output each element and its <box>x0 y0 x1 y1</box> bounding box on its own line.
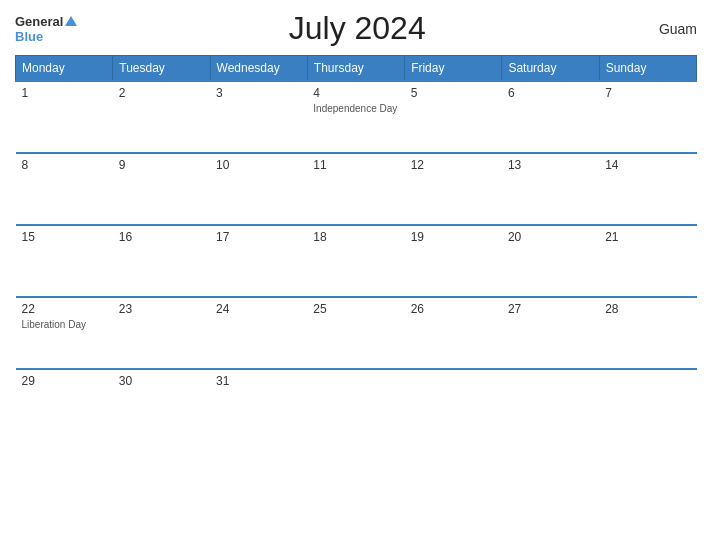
calendar-cell: 3 <box>210 81 307 153</box>
calendar-header-row: MondayTuesdayWednesdayThursdayFridaySatu… <box>16 56 697 82</box>
day-number: 9 <box>119 158 204 172</box>
logo: General Blue <box>15 14 77 44</box>
calendar-cell: 17 <box>210 225 307 297</box>
day-number: 30 <box>119 374 204 388</box>
logo-blue-text: Blue <box>15 29 43 44</box>
calendar-cell: 10 <box>210 153 307 225</box>
calendar-cell: 6 <box>502 81 599 153</box>
logo-general-text: General <box>15 14 63 29</box>
day-number: 5 <box>411 86 496 100</box>
calendar-cell: 31 <box>210 369 307 441</box>
calendar-title: July 2024 <box>77 10 637 47</box>
calendar-cell: 22Liberation Day <box>16 297 113 369</box>
day-number: 1 <box>22 86 107 100</box>
calendar-cell: 11 <box>307 153 404 225</box>
day-of-week-header: Monday <box>16 56 113 82</box>
day-number: 25 <box>313 302 398 316</box>
calendar-cell: 21 <box>599 225 696 297</box>
calendar-cell: 18 <box>307 225 404 297</box>
calendar-cell: 8 <box>16 153 113 225</box>
day-number: 12 <box>411 158 496 172</box>
day-number: 8 <box>22 158 107 172</box>
day-of-week-header: Thursday <box>307 56 404 82</box>
calendar-cell: 30 <box>113 369 210 441</box>
calendar-cell: 14 <box>599 153 696 225</box>
calendar-week-row: 22Liberation Day232425262728 <box>16 297 697 369</box>
day-number: 17 <box>216 230 301 244</box>
calendar-cell: 13 <box>502 153 599 225</box>
holiday-label: Independence Day <box>313 102 398 115</box>
calendar-cell: 16 <box>113 225 210 297</box>
calendar-cell <box>307 369 404 441</box>
day-of-week-header: Tuesday <box>113 56 210 82</box>
region-label: Guam <box>637 21 697 37</box>
calendar-cell <box>599 369 696 441</box>
day-number: 6 <box>508 86 593 100</box>
day-of-week-header: Wednesday <box>210 56 307 82</box>
calendar-cell: 7 <box>599 81 696 153</box>
day-number: 31 <box>216 374 301 388</box>
calendar-cell: 2 <box>113 81 210 153</box>
calendar-cell: 20 <box>502 225 599 297</box>
calendar-cell <box>502 369 599 441</box>
calendar-cell: 23 <box>113 297 210 369</box>
day-number: 14 <box>605 158 690 172</box>
calendar-week-row: 1234Independence Day567 <box>16 81 697 153</box>
calendar-cell: 12 <box>405 153 502 225</box>
day-number: 29 <box>22 374 107 388</box>
day-number: 4 <box>313 86 398 100</box>
day-number: 13 <box>508 158 593 172</box>
calendar-cell: 29 <box>16 369 113 441</box>
calendar-cell: 19 <box>405 225 502 297</box>
calendar-cell: 9 <box>113 153 210 225</box>
calendar-cell: 26 <box>405 297 502 369</box>
logo-triangle-icon <box>65 16 77 26</box>
calendar-week-row: 15161718192021 <box>16 225 697 297</box>
page: General Blue July 2024 Guam MondayTuesda… <box>0 0 712 550</box>
calendar-cell: 5 <box>405 81 502 153</box>
calendar-cell: 15 <box>16 225 113 297</box>
day-number: 3 <box>216 86 301 100</box>
day-number: 21 <box>605 230 690 244</box>
day-number: 19 <box>411 230 496 244</box>
calendar-week-row: 293031 <box>16 369 697 441</box>
day-number: 16 <box>119 230 204 244</box>
calendar-week-row: 891011121314 <box>16 153 697 225</box>
day-number: 24 <box>216 302 301 316</box>
day-number: 27 <box>508 302 593 316</box>
calendar-cell: 27 <box>502 297 599 369</box>
day-number: 10 <box>216 158 301 172</box>
day-number: 15 <box>22 230 107 244</box>
calendar-cell: 25 <box>307 297 404 369</box>
day-number: 28 <box>605 302 690 316</box>
calendar-cell: 24 <box>210 297 307 369</box>
holiday-label: Liberation Day <box>22 318 107 331</box>
day-number: 2 <box>119 86 204 100</box>
day-number: 11 <box>313 158 398 172</box>
day-number: 7 <box>605 86 690 100</box>
calendar-cell: 4Independence Day <box>307 81 404 153</box>
day-number: 18 <box>313 230 398 244</box>
day-number: 22 <box>22 302 107 316</box>
day-number: 23 <box>119 302 204 316</box>
calendar-table: MondayTuesdayWednesdayThursdayFridaySatu… <box>15 55 697 441</box>
calendar-cell <box>405 369 502 441</box>
day-of-week-header: Saturday <box>502 56 599 82</box>
day-number: 20 <box>508 230 593 244</box>
day-of-week-header: Sunday <box>599 56 696 82</box>
calendar-cell: 1 <box>16 81 113 153</box>
calendar-cell: 28 <box>599 297 696 369</box>
day-of-week-header: Friday <box>405 56 502 82</box>
day-number: 26 <box>411 302 496 316</box>
header: General Blue July 2024 Guam <box>15 10 697 47</box>
